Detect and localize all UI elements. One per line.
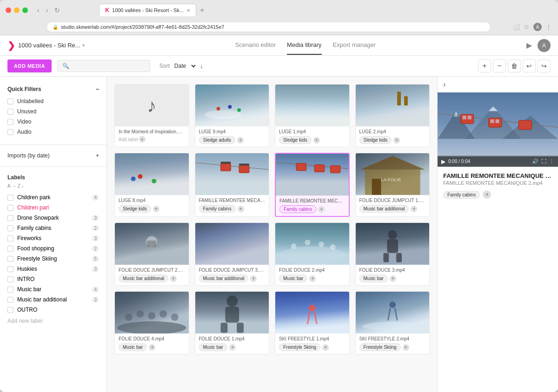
family-cabins-checkbox[interactable]: [7, 225, 13, 231]
video-checkbox[interactable]: [7, 119, 13, 125]
add-label-button-6[interactable]: +: [238, 206, 244, 212]
outro-checkbox[interactable]: [7, 307, 13, 313]
filter-audio[interactable]: Audio: [7, 127, 99, 137]
children-park-checkbox[interactable]: [7, 195, 13, 201]
volume-icon[interactable]: 🔊: [532, 158, 538, 164]
back-button[interactable]: ‹: [35, 6, 41, 15]
maximize-button[interactable]: [22, 7, 28, 13]
preview-add-label-button[interactable]: +: [483, 190, 491, 199]
label-item-food-shopping[interactable]: Food shopping 2: [0, 243, 106, 254]
filter-video[interactable]: Video: [7, 117, 99, 127]
add-label-button-12[interactable]: +: [390, 275, 396, 282]
menu-icon[interactable]: ⋮: [545, 23, 552, 31]
fullscreen-button[interactable]: ⛶: [541, 158, 546, 164]
unlabelled-checkbox[interactable]: [7, 98, 13, 105]
label-item-family-cabins[interactable]: Family cabins 2: [0, 223, 106, 233]
add-label-button-5[interactable]: +: [153, 206, 159, 212]
freestyle-skiing-checkbox[interactable]: [7, 256, 13, 262]
add-label-button-7[interactable]: +: [318, 206, 325, 213]
more-options-button[interactable]: ⋮: [549, 158, 554, 164]
media-card-4[interactable]: LUGE 2.mp4 Sledge kids +: [355, 84, 430, 147]
search-input[interactable]: [72, 63, 145, 69]
label-item-children-park[interactable]: Children park 4: [0, 192, 106, 203]
add-new-label-button[interactable]: Add new label: [0, 315, 106, 327]
add-label-button-11[interactable]: +: [309, 275, 316, 282]
add-label-button-16[interactable]: +: [403, 344, 409, 351]
add-label-button-4[interactable]: +: [393, 137, 400, 144]
media-card-1[interactable]: ♪ In the Moment of Inspiration.mp3 Add l…: [114, 84, 189, 147]
label-item-freestyle-skiing[interactable]: Freestyle Skiing 5: [0, 254, 106, 264]
label-item-fireworks[interactable]: Fireworks 3: [0, 233, 106, 243]
app-name-label[interactable]: 1000 vallées - Ski Re... ▾: [18, 42, 85, 49]
label-item-music-bar-additional[interactable]: Music bar additional 3: [0, 294, 106, 305]
media-card-7[interactable]: FAMILLE REMONTEE MECANIQUE... Family cab…: [275, 153, 350, 217]
minimize-button[interactable]: [14, 7, 20, 13]
delete-button[interactable]: 🗑: [508, 59, 521, 72]
preview-toggle-button[interactable]: ›: [438, 77, 558, 92]
media-card-12[interactable]: FOLIE DOUCE 3.mp4 Music bar +: [355, 222, 430, 286]
media-card-2[interactable]: LUGE 9.mp4 Sledge adults +: [195, 84, 270, 147]
media-card-3[interactable]: LUGE 1.mp4 Sledge kids +: [275, 84, 350, 147]
intro-checkbox[interactable]: [7, 276, 13, 282]
undo-button[interactable]: ↩: [523, 59, 536, 72]
add-label-button-10[interactable]: +: [250, 275, 257, 282]
add-label-button-3[interactable]: +: [313, 137, 320, 144]
label-item-huskies[interactable]: Huskies 3: [0, 264, 106, 274]
nav-export-manager[interactable]: Export manager: [333, 36, 376, 55]
zoom-in-button[interactable]: +: [478, 59, 491, 72]
children-parl-checkbox[interactable]: [7, 205, 13, 211]
music-bar-additional-checkbox[interactable]: [7, 297, 13, 303]
food-shopping-checkbox[interactable]: [7, 246, 13, 252]
add-label-button-2[interactable]: +: [237, 137, 244, 144]
add-label-button-8[interactable]: +: [411, 206, 417, 212]
user-account-icon[interactable]: A: [538, 39, 551, 52]
label-item-drone-snowpark[interactable]: Drone Snowpark 3: [0, 213, 106, 223]
add-label-button-13[interactable]: +: [149, 344, 155, 351]
tab-close-icon[interactable]: ✕: [186, 8, 190, 13]
video-progress-bar[interactable]: [438, 156, 558, 157]
add-label-button-1[interactable]: Add label +: [119, 136, 146, 143]
zoom-out-button[interactable]: −: [493, 59, 506, 72]
close-button[interactable]: [6, 7, 11, 13]
sort-select[interactable]: Date Name Size: [173, 62, 197, 70]
add-label-button-14[interactable]: +: [229, 344, 236, 351]
browser-tab[interactable]: K 1000 vallées - Ski Resort - Sk... ✕: [99, 4, 196, 16]
imports-add-icon[interactable]: +: [96, 152, 99, 159]
star-icon[interactable]: ☆: [524, 23, 530, 31]
redo-button[interactable]: ↪: [538, 59, 551, 72]
media-card-16[interactable]: SKI FREESTYLE 2.mp4 Freestyle Skiing +: [355, 291, 430, 354]
label-item-outro[interactable]: OUTRO: [0, 305, 106, 315]
add-media-button[interactable]: ADD MEDIA: [7, 59, 52, 72]
filter-unlabelled[interactable]: Unlabelled: [7, 96, 99, 106]
media-card-9[interactable]: FOLIE DOUCE JUMPCUT 2.mp4 Music bar addi…: [114, 222, 189, 286]
nav-media-library[interactable]: Media library: [287, 36, 321, 55]
audio-checkbox[interactable]: [7, 129, 13, 135]
label-item-intro[interactable]: INTRO: [0, 274, 106, 284]
music-bar-checkbox[interactable]: [7, 287, 13, 293]
media-card-10[interactable]: FOLIE DOUCE JUMPCUT 3.mp4 Music bar addi…: [195, 222, 270, 286]
add-label-button-15[interactable]: +: [322, 344, 329, 351]
media-card-11[interactable]: FOLIE DOUCE 2.mp4 Music bar +: [275, 222, 350, 286]
unused-checkbox[interactable]: [7, 109, 13, 115]
add-label-button-9[interactable]: +: [170, 275, 177, 282]
fireworks-checkbox[interactable]: [7, 235, 13, 242]
media-card-5[interactable]: LUGE 8.mp4 Sledge kids +: [114, 153, 189, 217]
label-item-music-bar[interactable]: Music bar 4: [0, 284, 106, 294]
new-tab-button[interactable]: +: [197, 5, 207, 15]
account-icon[interactable]: A: [533, 23, 542, 31]
media-card-6[interactable]: FAMILLE REMONTEE MECANIQUE... Family cab…: [195, 153, 270, 217]
media-card-8[interactable]: LA FOLIE FOLIE DOUCE JUMPCUT 1.mp4 Music…: [355, 153, 430, 217]
collapse-icon[interactable]: −: [96, 86, 99, 92]
nav-scenario-editor[interactable]: Scenario editor: [235, 36, 276, 55]
imports-header[interactable]: Imports (by date) +: [0, 149, 106, 163]
filter-unused[interactable]: Unused: [7, 106, 99, 117]
forward-button[interactable]: ›: [44, 6, 50, 15]
label-item-children-parl[interactable]: Children parl: [0, 203, 106, 213]
media-card-13[interactable]: FOLIE DOUCE 4.mp4 Music bar +: [114, 291, 189, 354]
refresh-button[interactable]: ↻: [53, 6, 62, 15]
drone-snowpark-checkbox[interactable]: [7, 215, 13, 221]
huskies-checkbox[interactable]: [7, 266, 13, 272]
play-button[interactable]: ▶: [441, 158, 445, 165]
media-card-14[interactable]: FOLIE DOUCE 1.mp4 Music bar +: [195, 291, 270, 354]
media-card-15[interactable]: SKI FREESTYLE 1.mp4 Freestyle Skiing +: [275, 291, 350, 354]
